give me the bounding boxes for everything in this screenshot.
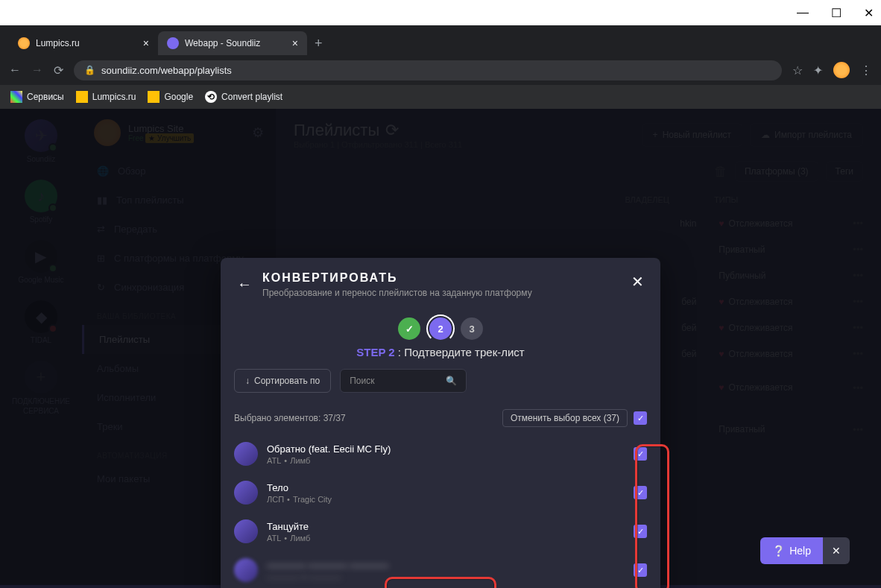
bookmark-lumpics[interactable]: Lumpics.ru — [76, 91, 136, 103]
modal-back-button[interactable]: ← — [237, 276, 252, 293]
track-checkbox[interactable]: ✓ — [634, 563, 647, 577]
track-cover — [234, 442, 258, 466]
new-tab-button[interactable]: + — [307, 33, 330, 54]
bookmark-star-icon[interactable]: ☆ — [792, 63, 803, 78]
url-text: soundiiz.com/webapp/playlists — [101, 65, 232, 76]
tab-close-icon[interactable]: × — [143, 37, 149, 49]
track-cover — [234, 558, 258, 582]
tab-title: Lumpics.ru — [36, 38, 80, 48]
favicon-icon — [18, 37, 30, 49]
modal-title: КОНВЕРТИРОВАТЬ — [237, 271, 644, 285]
track-meta: ATL•Лимб — [267, 534, 634, 543]
bookmark-services[interactable]: Сервисы — [10, 91, 64, 103]
select-all-checkbox[interactable]: ✓ — [634, 411, 647, 425]
track-title: Обратно (feat. Eecii MC Fly) — [267, 443, 634, 455]
deselect-all-button[interactable]: Отменить выбор всех (37) — [502, 409, 628, 427]
help-label: Help — [789, 545, 811, 557]
sort-button[interactable]: ↓Сортировать по — [234, 369, 331, 393]
search-placeholder: Поиск — [350, 376, 374, 386]
track-meta: ATL•Лимб — [267, 456, 634, 465]
favicon-icon — [167, 37, 179, 49]
back-button[interactable]: ← — [9, 63, 21, 77]
browser-tab-lumpics[interactable]: Lumpics.ru × — [9, 31, 158, 55]
track-checkbox[interactable]: ✓ — [634, 525, 647, 538]
folder-icon — [148, 91, 160, 103]
maximize-button[interactable]: ☐ — [831, 6, 841, 20]
selected-count: Выбрано элементов: 37/37 — [234, 413, 346, 423]
bookmark-label: Convert playlist — [221, 92, 282, 102]
track-cover — [234, 481, 258, 505]
search-icon: 🔍 — [446, 376, 457, 386]
browser-chrome: Lumpics.ru × Webapp - Soundiiz × + ← → ⟳… — [0, 25, 881, 109]
convert-modal: ← ✕ КОНВЕРТИРОВАТЬ Преобразование и пере… — [221, 258, 660, 588]
track-list: Обратно (feat. Eecii MC Fly) ATL•Лимб ✓ … — [221, 434, 660, 588]
bookmark-convert[interactable]: ⟲ Convert playlist — [205, 91, 282, 103]
folder-icon — [76, 91, 88, 103]
tab-title: Webapp - Soundiiz — [185, 38, 260, 48]
search-input[interactable]: Поиск 🔍 — [340, 369, 467, 393]
track-row[interactable]: Обратно (feat. Eecii MC Fly) ATL•Лимб ✓ — [234, 434, 647, 473]
bookmark-label: Сервисы — [27, 92, 64, 102]
help-button[interactable]: ❔ Help — [760, 537, 823, 564]
reload-button[interactable]: ⟳ — [54, 63, 63, 78]
browser-menu-icon[interactable]: ⋮ — [860, 63, 872, 78]
track-checkbox[interactable]: ✓ — [634, 447, 647, 461]
forward-button[interactable]: → — [31, 63, 43, 77]
profile-avatar[interactable] — [833, 62, 850, 78]
os-window-controls: — ☐ ✕ — [0, 0, 881, 25]
bookmarks-bar: Сервисы Lumpics.ru Google ⟲ Convert play… — [0, 85, 881, 109]
convert-icon: ⟲ — [205, 91, 217, 103]
modal-header: ← ✕ КОНВЕРТИРОВАТЬ Преобразование и пере… — [221, 258, 660, 309]
window-close-button[interactable]: ✕ — [864, 6, 874, 20]
track-title: ———— ———— ———— — [267, 560, 634, 571]
step-indicator: ✓ 2 3 — [221, 317, 660, 340]
step-2-current: 2 — [429, 317, 452, 340]
lock-icon: 🔒 — [84, 65, 95, 75]
sort-icon: ↓ — [245, 376, 250, 386]
minimize-button[interactable]: — — [797, 6, 809, 19]
track-checkbox[interactable]: ✓ — [634, 486, 647, 499]
help-close-button[interactable]: ✕ — [823, 537, 850, 564]
modal-controls: ↓Сортировать по Поиск 🔍 — [221, 369, 660, 402]
track-title: Танцуйте — [267, 521, 634, 532]
apps-icon — [10, 91, 22, 103]
bookmark-google[interactable]: Google — [148, 91, 193, 103]
address-bar-row: ← → ⟳ 🔒 soundiiz.com/webapp/playlists ☆ … — [0, 55, 881, 85]
track-meta: ЛСП•Tragic City — [267, 495, 634, 504]
track-row[interactable]: Танцуйте ATL•Лимб ✓ — [234, 512, 647, 551]
track-meta: ————•———— — [267, 572, 634, 581]
extension-icons: ☆ ✦ ⋮ — [792, 62, 872, 78]
extensions-icon[interactable]: ✦ — [813, 63, 823, 78]
step-1-done: ✓ — [398, 317, 420, 340]
step-label: STEP 2 : Подтвердите трек-лист — [221, 346, 660, 358]
step-3-pending: 3 — [461, 317, 483, 340]
browser-tab-soundiiz[interactable]: Webapp - Soundiiz × — [158, 31, 307, 55]
address-bar[interactable]: 🔒 soundiiz.com/webapp/playlists — [74, 60, 782, 80]
track-cover — [234, 519, 258, 543]
tab-close-icon[interactable]: × — [292, 37, 298, 49]
app-root: ✈ Soundiiz ♪ Spotify ▶ Google Music ◆ TI… — [0, 109, 881, 585]
tab-bar: Lumpics.ru × Webapp - Soundiiz × + — [0, 25, 881, 55]
modal-close-button[interactable]: ✕ — [631, 273, 644, 291]
selection-bar: Выбрано элементов: 37/37 Отменить выбор … — [221, 402, 660, 434]
track-row[interactable]: Тело ЛСП•Tragic City ✓ — [234, 473, 647, 512]
bookmark-label: Google — [164, 92, 193, 102]
track-title: Тело — [267, 482, 634, 493]
track-row[interactable]: ———— ———— ———— ————•———— ✓ — [234, 551, 647, 588]
help-widget: ❔ Help ✕ — [760, 537, 850, 564]
bookmark-label: Lumpics.ru — [92, 92, 136, 102]
help-icon: ❔ — [772, 545, 785, 557]
modal-subtitle: Преобразование и перенос плейлистов на з… — [237, 288, 644, 298]
